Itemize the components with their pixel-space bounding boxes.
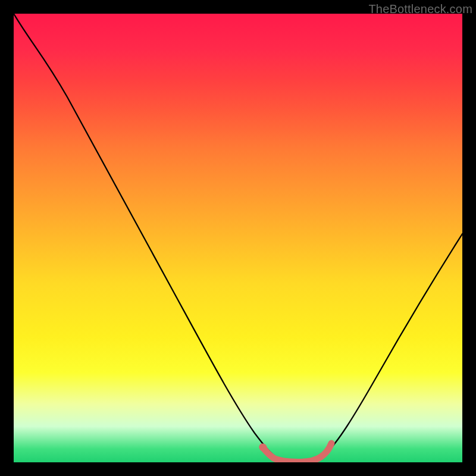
chart-canvas: TheBottleneck.com [0, 0, 476, 476]
plot-area [14, 14, 462, 462]
highlight-segment [262, 443, 331, 462]
highlight-dot [259, 444, 267, 452]
bottleneck-curve [14, 14, 462, 462]
chart-svg [14, 14, 462, 462]
watermark-text: TheBottleneck.com [368, 2, 472, 16]
